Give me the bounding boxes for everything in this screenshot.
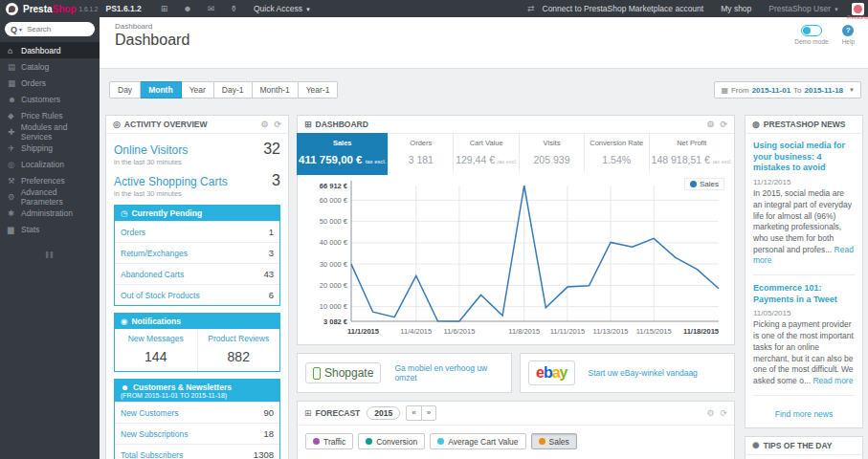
toggle-conversion[interactable]: Conversion xyxy=(358,433,425,449)
shipping-icon: ✈ xyxy=(8,143,21,153)
modules-icon: ✚ xyxy=(8,127,21,137)
filter-month-1-button[interactable]: Month-1 xyxy=(253,81,299,98)
date-filter-group: Day Month Year Day-1 Month-1 Year-1 xyxy=(109,81,338,98)
article-title-link[interactable]: Ecommerce 101: Payments in a Tweet xyxy=(753,283,855,305)
conversion-dot-icon xyxy=(366,438,372,445)
news-article: Using social media for your business: 4 … xyxy=(753,141,855,275)
sidebar-item-preferences[interactable]: ⚒Preferences xyxy=(0,172,100,188)
kpi-sales[interactable]: Sales411 759,00 € tax excl. xyxy=(297,133,388,175)
user-avatar[interactable]: PrestaShop xyxy=(852,3,864,15)
customers-icon: ☻ xyxy=(8,95,21,104)
find-more-news-link[interactable]: Find more news xyxy=(753,404,855,421)
kpi-orders[interactable]: Orders3 181 xyxy=(388,134,453,172)
user-menu[interactable]: PrestaShop User▼ xyxy=(768,4,839,13)
sidebar-item-localization[interactable]: ◎Localization xyxy=(0,156,100,172)
new-messages-link[interactable]: New Messages xyxy=(117,334,195,343)
sidebar: Q ▼ ⌂Dashboard ▤Catalog ▦Orders ☻Custome… xyxy=(0,17,100,459)
gear-icon[interactable]: ⚙ xyxy=(706,408,714,418)
out-of-stock-link[interactable]: Out of Stock Products xyxy=(121,291,200,300)
date-range-picker[interactable]: ▦ From2015-11-01 To2015-11-18 ▼ xyxy=(714,81,861,98)
cart-icon[interactable]: ⊞ xyxy=(161,4,168,13)
product-reviews-link[interactable]: Product Reviews xyxy=(200,334,278,343)
marketplace-icon: ⇄ xyxy=(527,4,535,13)
shopgate-logo: Shopgate xyxy=(305,362,381,383)
prestashop-logo[interactable] xyxy=(6,3,18,15)
help-button[interactable]: ? Help xyxy=(842,25,855,45)
sidebar-item-customers[interactable]: ☻Customers xyxy=(0,91,100,107)
sales-line-chart: 66 912 €60 000 €50 000 €40 000 €30 000 €… xyxy=(301,176,726,339)
orders-link[interactable]: Orders xyxy=(121,228,145,237)
kpi-conversion-rate[interactable]: Conversion Rate1.54% xyxy=(584,134,649,172)
svg-text:11/6/2015: 11/6/2015 xyxy=(444,327,476,336)
prev-year-button[interactable]: « xyxy=(407,406,420,420)
search-scope-caret[interactable]: ▼ xyxy=(18,27,23,33)
forecast-toggles: Traffic Conversion Average Cart Value Sa… xyxy=(298,426,734,457)
gear-icon[interactable]: ⚙ xyxy=(706,120,714,129)
search-input[interactable] xyxy=(27,25,84,33)
marketplace-link[interactable]: Connect to PrestaShop Marketplace accoun… xyxy=(543,4,704,13)
forecast-year-badge[interactable]: 2015 xyxy=(367,406,400,420)
shopgate-banner[interactable]: Shopgate Ga mobiel en verhoog uw omzet xyxy=(297,353,512,393)
filter-year-button[interactable]: Year xyxy=(182,81,214,98)
toggle-average-cart-value[interactable]: Average Cart Value xyxy=(430,433,525,449)
total-subscribers-link[interactable]: Total Subscribers xyxy=(121,450,183,459)
article-title-link[interactable]: Using social media for your business: 4 … xyxy=(753,141,855,174)
sidebar-item-stats[interactable]: ▆Stats xyxy=(0,221,100,237)
new-subscriptions-link[interactable]: New Subscriptions xyxy=(121,429,188,439)
sidebar-search[interactable]: Q ▼ xyxy=(5,22,95,36)
filter-month-button[interactable]: Month xyxy=(141,81,182,98)
refresh-icon[interactable]: ⟳ xyxy=(720,408,727,418)
read-more-link[interactable]: Read more xyxy=(812,376,853,385)
svg-text:60 000 €: 60 000 € xyxy=(320,196,348,205)
svg-text:11/15/2015: 11/15/2015 xyxy=(636,327,672,336)
phone-icon xyxy=(313,367,321,380)
sidebar-item-shipping[interactable]: ✈Shipping xyxy=(0,140,100,156)
kpi-visits[interactable]: Visits205 939 xyxy=(519,134,584,172)
toggle-sales[interactable]: Sales xyxy=(531,433,577,449)
gear-icon[interactable]: ⚙ xyxy=(260,120,268,129)
messages-icon[interactable]: ✉ xyxy=(208,4,215,13)
sidebar-collapse-button[interactable]: ‖‖ xyxy=(0,251,100,260)
price-rules-icon: ◆ xyxy=(8,111,21,120)
new-customers-link[interactable]: New Customers xyxy=(121,408,178,418)
refresh-icon[interactable]: ⟳ xyxy=(274,120,281,129)
filter-day-button[interactable]: Day xyxy=(109,81,141,98)
refresh-icon[interactable]: ⟳ xyxy=(720,120,727,129)
ebay-logo: ebay xyxy=(528,361,575,385)
breadcrumb[interactable]: Dashboard xyxy=(115,22,152,31)
kpi-net-profit[interactable]: Net Profit148 918,51 € tax excl. xyxy=(649,134,734,172)
quick-access-menu[interactable]: Quick Access▼ xyxy=(254,4,311,13)
sidebar-item-orders[interactable]: ▦Orders xyxy=(0,75,100,91)
active-carts-link[interactable]: Active Shopping Carts xyxy=(114,175,228,188)
next-year-button[interactable]: » xyxy=(421,406,435,420)
my-shop-link[interactable]: My shop xyxy=(721,4,751,13)
kpi-cart-value[interactable]: Cart Value129,44 € tax excl. xyxy=(453,134,519,172)
ebay-banner[interactable]: ebay Start uw eBay-winkel vandaag xyxy=(520,353,735,393)
achievements-icon[interactable]: ⚱ xyxy=(230,4,237,13)
toggle-icon[interactable] xyxy=(801,25,822,36)
orders-icon: ▦ xyxy=(8,78,21,88)
sidebar-item-modules[interactable]: ✚Modules and Services xyxy=(0,123,100,140)
online-visitors-link[interactable]: Online Visitors xyxy=(114,143,188,157)
returns-link[interactable]: Return/Exchanges xyxy=(121,249,188,258)
demo-mode-toggle[interactable]: Demo mode xyxy=(794,25,828,45)
sidebar-item-catalog[interactable]: ▤Catalog xyxy=(0,58,100,75)
sidebar-item-advanced-parameters[interactable]: ⚙Advanced Parameters xyxy=(0,188,100,205)
product-reviews-cell: Product Reviews882 xyxy=(197,329,280,371)
chart-legend[interactable]: Sales xyxy=(684,178,724,190)
sidebar-item-price-rules[interactable]: ◆Price Rules xyxy=(0,107,100,123)
sales-dot-icon xyxy=(539,438,545,445)
sidebar-item-dashboard[interactable]: ⌂Dashboard xyxy=(0,42,100,58)
ebay-link[interactable]: Start uw eBay-winkel vandaag xyxy=(589,368,698,378)
toggle-traffic[interactable]: Traffic xyxy=(305,433,353,449)
filter-year-1-button[interactable]: Year-1 xyxy=(299,81,339,98)
sales-chart: Sales 66 912 €60 000 €50 000 €40 000 €30… xyxy=(298,172,734,344)
pending-row-orders: Orders1 xyxy=(115,221,279,242)
customers-newsletters-section: ☻Customers & Newsletters(FROM 2015-11-01… xyxy=(114,379,280,459)
shopgate-link[interactable]: Ga mobiel en verhoog uw omzet xyxy=(394,363,503,382)
sidebar-item-administration[interactable]: ✱Administration xyxy=(0,205,100,221)
top-bar: PrestaShop 1.6.1.2 PS1.6.1.2 ⊞ ☻ ✉ ⚱ Qui… xyxy=(0,0,868,17)
filter-day-1-button[interactable]: Day-1 xyxy=(214,81,253,98)
abandoned-carts-link[interactable]: Abandoned Carts xyxy=(121,270,184,279)
customers-icon[interactable]: ☻ xyxy=(183,4,191,13)
